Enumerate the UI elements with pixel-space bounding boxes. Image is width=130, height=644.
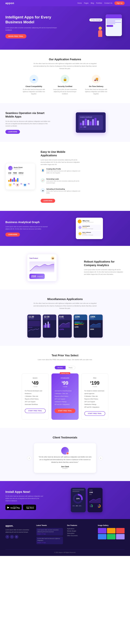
- install-line-chart: [89, 496, 101, 503]
- legend-1: [80, 127, 83, 127]
- instagram-icon[interactable]: in: [15, 535, 18, 539]
- nav-pages[interactable]: Pages: [84, 2, 89, 4]
- nav-contact[interactable]: Contact Us: [104, 2, 112, 4]
- toggle-yearly[interactable]: Yearly: [66, 366, 75, 369]
- mock-role: Programmer: [14, 168, 22, 170]
- tweet-2-meta: @appon • 5h ago: [37, 542, 62, 543]
- dashboard-card: Miley Cruz SEO Team Experience Jacob Mar…: [76, 218, 103, 239]
- profile-feature-text: Creating New Profile On the other hand w…: [46, 168, 81, 176]
- app-screen-3: 8:45 Sat, 16 Feb +24%: [58, 314, 72, 338]
- easy-feature-leads: 📈 Generating Leads Lorem ipsum dolor sit…: [41, 178, 81, 186]
- footer-feature-3[interactable]: Subscription: [67, 532, 94, 534]
- footer-desc: Lorem ipsum dolor sit amet consectetur a…: [5, 529, 32, 533]
- hero-title: Intelligent Apps for Every Business Mode…: [5, 15, 57, 25]
- pro-cta-button[interactable]: Start Free Trial: [84, 411, 105, 416]
- main-nav: Home Pages Blog Portfolio Contact Us Sig…: [77, 1, 125, 5]
- basic-feature-1: For Personal developers and freelancers: [25, 390, 46, 395]
- hero-cta-button[interactable]: Begin Free Trial: [5, 34, 26, 38]
- testimonials-section: Client Testimonials ‹ ✓ "On the other ha…: [0, 428, 130, 481]
- app-screen-2: 12:30 Fri, 15 Feb: [43, 314, 56, 338]
- footer-bottom: © 2021 Appon. All Rights Reserved.: [5, 550, 125, 553]
- nav-portfolio[interactable]: Portfolio: [96, 2, 102, 4]
- toggle-monthly[interactable]: Monthly: [55, 366, 66, 369]
- mini-bar-5: [15, 180, 17, 182]
- screen-top-4: 120K Revenue: [74, 314, 87, 320]
- mini-bar-6: [17, 178, 18, 182]
- feature-card-cloud: ☁ Cloud Compatibility On the other hand …: [20, 75, 47, 95]
- mini-bar-2: [10, 179, 11, 182]
- app-mockup-card: Annie Christ Programmer 218 Posts 7000 F…: [5, 163, 35, 190]
- basic-cta-button[interactable]: Start Free Trial: [25, 408, 46, 413]
- plan-basic-period: / month: [25, 386, 46, 388]
- upload-feature-desc: On the other hand we denounce with right…: [46, 190, 81, 194]
- tablet-mockup: Analytics Dashboard: [76, 112, 106, 133]
- easy-text-block: Easy to Use Mobile Applications Lorem ip…: [41, 150, 81, 203]
- leads-icon: 📈: [41, 178, 45, 182]
- footer-feature-4[interactable]: Other Documents: [67, 535, 94, 536]
- gallery-item-3: [116, 528, 125, 534]
- plan-standard-price: $99: [55, 380, 75, 386]
- play-btn-text: Get it on Google Play: [10, 506, 20, 509]
- google-play-button[interactable]: ▶ Get it on Google Play: [5, 505, 22, 510]
- reviewer-2-name: Harry Johnson: [82, 232, 93, 233]
- person-body: [98, 30, 102, 37]
- play-icon: ▶: [7, 506, 9, 509]
- footer-feature-1[interactable]: Applications: [67, 528, 94, 530]
- signup-button[interactable]: Sign Up: [115, 1, 125, 5]
- screen-value-5: 180K: [90, 328, 102, 330]
- features-subtitle: On the other hand we denounce with right…: [32, 62, 98, 70]
- install-description: On the other hand we denounce with right…: [5, 495, 43, 502]
- install-section: Install Apps Now! On the other hand we d…: [0, 481, 130, 519]
- testimonial-next-button[interactable]: ›: [99, 456, 103, 460]
- install-screen-1: 10% 30% 45% 60%: [71, 488, 86, 512]
- eq-bar-1a: [74, 322, 80, 322]
- cloud-title: Cloud Compatibility: [20, 85, 47, 88]
- footer-logo: appon.: [5, 524, 32, 527]
- testimonial-prev-button[interactable]: ‹: [27, 456, 31, 460]
- delivery-icon: 🚚: [92, 75, 101, 84]
- screen-top-3: 8:45 Sat, 16 Feb: [58, 314, 72, 320]
- logo: appon: [5, 2, 14, 5]
- app-store-button[interactable]: Download on the App Store: [23, 505, 36, 510]
- screen-time-4: 120K: [75, 316, 86, 318]
- badge-heart-yellow: 💛: [8, 183, 12, 187]
- standard-cta-button[interactable]: Start Free Trial: [55, 408, 75, 413]
- seamless-cta-button[interactable]: Learn More: [5, 130, 20, 134]
- screen-area-chart-5: [90, 321, 101, 328]
- tablet-screen: Analytics Dashboard: [79, 115, 103, 130]
- stat-followers-label: Followers: [12, 174, 17, 175]
- screen2-bottom: 45% 60%: [89, 504, 101, 508]
- std-feature-5: Satisfaction Ratings: [55, 400, 75, 403]
- reviewer-name: Miley Cruz: [83, 220, 94, 222]
- basic-feature-5: Automated Workflows: [25, 403, 46, 406]
- easy-section: Annie Christ Programmer 218 Posts 7000 F…: [0, 142, 130, 211]
- popular-badge: Popular Choice: [60, 372, 70, 374]
- upload-icon: ☁: [41, 188, 45, 192]
- twitter-icon[interactable]: t: [10, 535, 14, 539]
- pricing-cards: BASIC $49 / month For Personal developer…: [5, 374, 125, 420]
- sb-3: [46, 324, 47, 328]
- easy-cta-button[interactable]: Learn More: [41, 199, 55, 203]
- eq-bar-2a: [74, 323, 82, 324]
- pro-feature-2: 5 Websites / Sites site: [84, 395, 105, 398]
- easy-description: Lorem ipsum dolor sit amet consectetur a…: [41, 159, 81, 166]
- stat-followers: 7000 Followers: [12, 172, 17, 175]
- product-chart: [29, 262, 55, 272]
- play-btn-main: Google Play: [10, 507, 20, 509]
- facebook-icon[interactable]: f: [5, 535, 9, 539]
- sb-4: [48, 322, 49, 328]
- screen-time-5: 180K: [90, 316, 102, 318]
- image-gallery: [98, 528, 125, 540]
- footer-grid: appon. Lorem ipsum dolor sit amet consec…: [5, 524, 125, 545]
- stat-posts-value: 218: [8, 172, 11, 174]
- nav-home[interactable]: Home: [77, 2, 82, 4]
- analytics-title: Business Analytical Graph: [5, 220, 49, 224]
- pricing-subtitle: Learn more about the FREE trial period o…: [32, 358, 98, 361]
- mini-bar-3: [12, 179, 13, 182]
- donut-group: 10% 30% 45% 60%: [72, 493, 84, 506]
- footer-feature-2[interactable]: Weekly Budget: [67, 530, 94, 532]
- analytics-cta-button[interactable]: Learn More: [5, 232, 20, 236]
- testimonial-avatar: ✓: [61, 447, 69, 454]
- nav-blog[interactable]: Blog: [91, 2, 94, 4]
- svg-text:10%: 10%: [76, 498, 80, 500]
